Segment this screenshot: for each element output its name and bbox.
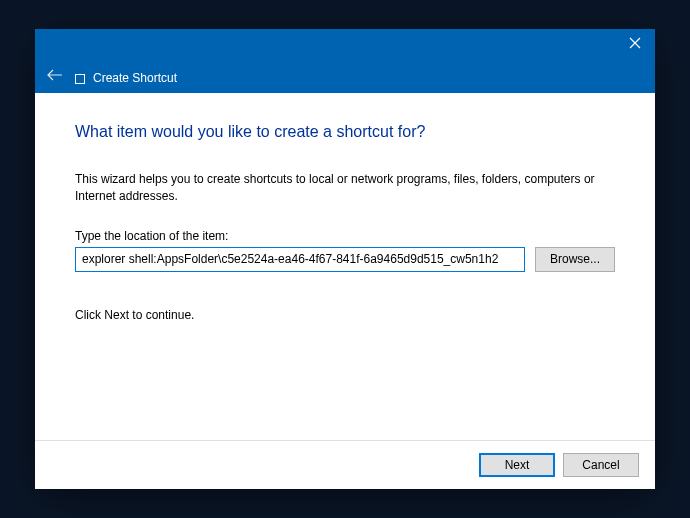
description-text: This wizard helps you to create shortcut… [75,171,615,205]
back-arrow-icon[interactable] [47,67,63,85]
window-title: Create Shortcut [93,71,177,85]
dialog-footer: Next Cancel [35,440,655,489]
create-shortcut-dialog: Create Shortcut What item would you like… [35,29,655,489]
close-icon[interactable] [629,37,641,51]
next-button[interactable]: Next [479,453,555,477]
dialog-content: What item would you like to create a sho… [35,93,655,440]
browse-button[interactable]: Browse... [535,247,615,272]
location-row: Browse... [75,247,615,272]
titlebar: Create Shortcut [35,29,655,93]
page-heading: What item would you like to create a sho… [75,123,615,141]
shortcut-app-icon [75,74,85,84]
location-input[interactable] [75,247,525,272]
continue-text: Click Next to continue. [75,308,615,322]
cancel-button[interactable]: Cancel [563,453,639,477]
location-label: Type the location of the item: [75,229,615,243]
